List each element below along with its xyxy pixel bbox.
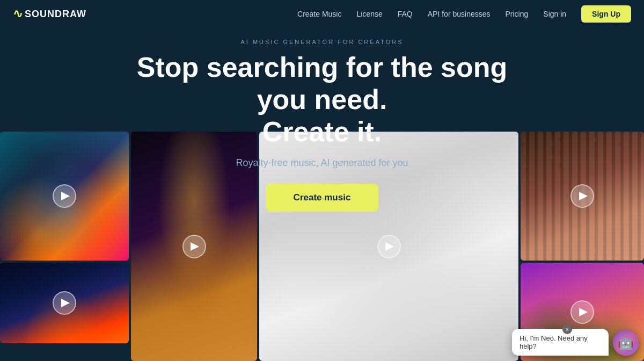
navbar: ∿ SOUNDRAW Create Music License FAQ API … [0, 0, 644, 28]
chat-avatar-icon: 🤖 [618, 335, 634, 350]
play-city[interactable] [53, 291, 76, 315]
logo-icon: ∿ [13, 7, 21, 21]
nav-link-api[interactable]: API for businesses [428, 10, 491, 18]
logo[interactable]: ∿ SOUNDRAW [13, 7, 86, 21]
hero-title: Stop searching for the song you need. Cr… [113, 52, 531, 148]
chat-close-button[interactable]: × [562, 324, 572, 334]
hero-title-line1: Stop searching for the song you need. [137, 52, 508, 115]
nav-signup-button[interactable]: Sign Up [581, 5, 631, 23]
hero-section: AI MUSIC GENERATOR FOR CREATORS Stop sea… [0, 28, 644, 212]
hero-subtitle: Royalty-free music, AI generated for you [236, 157, 408, 169]
nav-link-create-music[interactable]: Create Music [297, 10, 341, 18]
play-dancer[interactable] [377, 235, 401, 258]
thumb-city[interactable] [0, 263, 129, 343]
chat-widget: × Hi, I'm Neo. Need any help? 🤖 [512, 329, 639, 356]
cta-button[interactable]: Create music [266, 184, 379, 212]
nav-links: Create Music License FAQ API for busines… [297, 5, 631, 23]
hero-tagline: AI MUSIC GENERATOR FOR CREATORS [240, 39, 403, 45]
play-tropical[interactable] [570, 300, 594, 324]
chat-bubble: Hi, I'm Neo. Need any help? [512, 329, 609, 356]
nav-link-pricing[interactable]: Pricing [506, 10, 529, 18]
nav-signin[interactable]: Sign in [543, 10, 566, 18]
logo-text: SOUNDRAW [25, 9, 86, 20]
hero-title-line2: Create it. [262, 116, 382, 147]
nav-link-license[interactable]: License [356, 10, 382, 18]
play-disco[interactable] [182, 235, 206, 258]
nav-link-faq[interactable]: FAQ [398, 10, 413, 18]
chat-avatar[interactable]: 🤖 [613, 330, 639, 356]
chat-bubble-container: × Hi, I'm Neo. Need any help? [512, 329, 609, 356]
